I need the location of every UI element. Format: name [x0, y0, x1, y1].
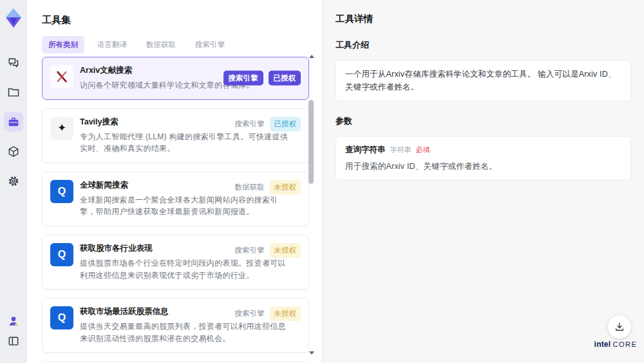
- cube-icon[interactable]: [4, 142, 23, 161]
- tool-description: 专为人工智能代理 (LLM) 构建的搜索引擎工具。可快速提供实时、准确和真实的结…: [80, 131, 292, 155]
- tool-auth-badge: 已授权: [269, 71, 301, 86]
- tool-card[interactable]: ✦ Tavily搜索 专为人工智能代理 (LLM) 构建的搜索引擎工具。可快速提…: [42, 108, 309, 163]
- tab-0[interactable]: 所有类别: [42, 36, 84, 54]
- tab-3[interactable]: 搜索引擎: [189, 36, 231, 54]
- param-required-badge: 必填: [416, 145, 430, 155]
- tool-icon-arxiv: [50, 65, 73, 88]
- tab-2[interactable]: 数据获取: [140, 36, 182, 54]
- tool-tags: 搜索引擎 已授权: [223, 71, 301, 86]
- tool-tags: 搜索引擎 未授权: [235, 243, 301, 258]
- download-button[interactable]: [608, 315, 631, 338]
- panel-toggle-icon[interactable]: [4, 331, 23, 351]
- app-window: 工具集 所有类别语言翻译数据获取搜索引擎 Arxiv文献搜索 访问各个研究领域大…: [0, 0, 644, 363]
- tool-category-tag: 搜索引擎: [235, 119, 265, 129]
- param-name: 查询字符串: [345, 144, 386, 155]
- tool-description: 提供股票市场各个行业在特定时间段内的表现。投资者可以利用这些信息来识别表现优于或…: [80, 257, 292, 281]
- tool-details-panel: 工具详情 工具介绍 一个用于从Arxiv存储库搜索科学论文和文章的工具。 输入可…: [322, 0, 644, 363]
- tool-description: 提供当天交易量最高的股票列表，投资者可以利用这些信息来识别流动性强的股票和潜在的…: [80, 320, 292, 344]
- chat-icon[interactable]: [4, 53, 23, 72]
- page-title: 工具集: [42, 14, 71, 26]
- category-tabs: 所有类别语言翻译数据获取搜索引擎: [42, 36, 231, 54]
- toolset-panel: 工具集 所有类别语言翻译数据获取搜索引擎 Arxiv文献搜索 访问各个研究领域大…: [27, 0, 322, 363]
- tool-auth-badge: 未授权: [270, 306, 301, 321]
- intro-card: 一个用于从Arxiv存储库搜索科学论文和文章的工具。 输入可以是Arxiv ID…: [336, 60, 631, 101]
- tool-tags: 搜索引擎 未授权: [235, 306, 301, 321]
- tool-auth-badge: 已授权: [270, 117, 301, 132]
- tool-icon-tavily: ✦: [50, 117, 73, 140]
- intel-core-logo: intel core: [592, 340, 639, 349]
- tool-description: 全球新闻搜索是一个聚合全球各大新闻网站内容的搜索引擎，帮助用户快速获取全球最新资…: [80, 194, 292, 218]
- gear-icon[interactable]: [4, 172, 23, 191]
- tool-icon-blueq: Q: [50, 306, 73, 329]
- tab-1[interactable]: 语言翻译: [91, 36, 133, 54]
- scrollbar-thumb[interactable]: [308, 100, 314, 184]
- param-card: 查询字符串 字符串 必填 用于搜索的Arxiv ID、关键字或作者姓名。: [336, 136, 631, 181]
- tool-icon-blueq: Q: [50, 180, 73, 203]
- tool-card[interactable]: Arxiv文献搜索 访问各个研究领域大量科学论文和文章的存储库。 搜索引擎 已授…: [42, 57, 309, 100]
- tool-card[interactable]: Q 获取市场最活跃股票信息 提供当天交易量最高的股票列表，投资者可以利用这些信息…: [42, 298, 309, 353]
- tool-list: Arxiv文献搜索 访问各个研究领域大量科学论文和文章的存储库。 搜索引擎 已授…: [42, 57, 309, 363]
- tool-card[interactable]: Q 获取股市各行业表现 提供股票市场各个行业在特定时间段内的表现。投资者可以利用…: [42, 235, 309, 289]
- tool-category-tag: 数据获取: [235, 182, 265, 192]
- sidebar-rail: [0, 0, 27, 363]
- folder-icon[interactable]: [4, 83, 23, 102]
- list-scrollbar[interactable]: [308, 55, 314, 355]
- intro-heading: 工具介绍: [336, 39, 631, 51]
- details-title: 工具详情: [336, 13, 631, 25]
- app-logo-icon[interactable]: [5, 8, 22, 28]
- tool-category-tag: 搜索引擎: [235, 309, 265, 319]
- tool-category-tag: 搜索引擎: [223, 71, 263, 86]
- params-heading: 参数: [336, 115, 631, 127]
- user-icon[interactable]: [4, 311, 23, 331]
- tool-card[interactable]: Q 全球新闻搜索 全球新闻搜索是一个聚合全球各大新闻网站内容的搜索引擎，帮助用户…: [42, 172, 309, 226]
- param-description: 用于搜索的Arxiv ID、关键字或作者姓名。: [345, 161, 621, 172]
- tool-auth-badge: 未授权: [270, 243, 301, 258]
- tool-icon-blueq: Q: [50, 243, 73, 266]
- tool-tags: 数据获取 未授权: [235, 180, 301, 195]
- toolbox-icon[interactable]: [4, 112, 23, 132]
- param-type: 字符串: [390, 145, 412, 155]
- tool-category-tag: 搜索引擎: [235, 246, 265, 255]
- tool-tags: 搜索引擎 已授权: [235, 117, 301, 132]
- scrollbar-up-arrow[interactable]: [309, 55, 314, 58]
- scrollbar-down-arrow[interactable]: [309, 351, 314, 355]
- tool-auth-badge: 未授权: [270, 180, 301, 195]
- download-icon: [614, 321, 625, 333]
